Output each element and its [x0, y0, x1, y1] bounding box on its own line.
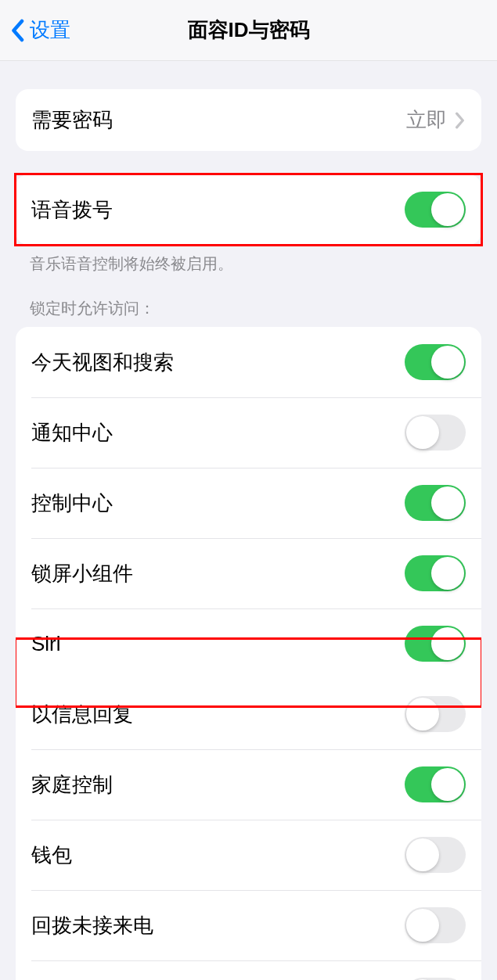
nav-header: 设置 面容ID与密码: [0, 0, 497, 61]
lock-access-label: 钱包: [31, 842, 72, 869]
lock-access-row: 今天视图和搜索: [16, 327, 481, 397]
lock-access-row: 钱包: [16, 820, 481, 890]
lock-access-label: 以信息回复: [31, 701, 133, 728]
lock-access-toggle[interactable]: [405, 766, 466, 802]
chevron-right-icon: [455, 112, 466, 129]
lock-access-row: 控制中心: [16, 468, 481, 538]
lock-access-label: 控制中心: [31, 490, 113, 517]
lock-access-row: 以信息回复: [16, 679, 481, 749]
lock-access-row: USB配件: [16, 960, 481, 980]
back-button[interactable]: 设置: [9, 16, 70, 44]
lock-access-header: 锁定时允许访问：: [16, 298, 481, 327]
back-label: 设置: [30, 16, 70, 44]
lock-access-toggle[interactable]: [405, 344, 466, 380]
require-passcode-row[interactable]: 需要密码 立即: [16, 89, 481, 151]
voice-dial-footer: 音乐语音控制将始终被启用。: [16, 245, 481, 275]
section-voice-dial: 语音拨号 音乐语音控制将始终被启用。: [16, 174, 481, 275]
lock-access-label: 锁屏小组件: [31, 560, 133, 587]
lock-access-row: 锁屏小组件: [16, 538, 481, 608]
require-passcode-value: 立即: [406, 106, 447, 134]
lock-access-toggle[interactable]: [405, 485, 466, 521]
lock-access-toggle[interactable]: [405, 837, 466, 873]
voice-dial-row: 语音拨号: [16, 174, 481, 245]
require-passcode-label: 需要密码: [31, 106, 113, 134]
lock-access-row: 回拨未接来电: [16, 890, 481, 960]
lock-access-toggle[interactable]: [405, 907, 466, 943]
lock-access-toggle[interactable]: [405, 626, 466, 662]
page-title: 面容ID与密码: [188, 16, 310, 44]
lock-access-label: 通知中心: [31, 419, 113, 447]
lock-access-label: 今天视图和搜索: [31, 349, 174, 376]
lock-access-label: 回拨未接来电: [31, 912, 153, 939]
lock-access-label: 家庭控制: [31, 771, 113, 799]
voice-dial-label: 语音拨号: [31, 196, 113, 224]
chevron-left-icon: [9, 19, 25, 42]
voice-dial-toggle[interactable]: [405, 192, 466, 228]
section-lock-access: 锁定时允许访问： 今天视图和搜索通知中心控制中心锁屏小组件Siri以信息回复家庭…: [16, 298, 481, 980]
lock-access-row: 通知中心: [16, 397, 481, 468]
lock-access-row: 家庭控制: [16, 749, 481, 820]
lock-access-toggle[interactable]: [405, 415, 466, 451]
section-require-passcode: 需要密码 立即: [16, 89, 481, 151]
lock-access-toggle[interactable]: [405, 696, 466, 732]
lock-access-label: Siri: [31, 632, 61, 656]
lock-access-toggle[interactable]: [405, 555, 466, 591]
lock-access-row: Siri: [16, 608, 481, 679]
